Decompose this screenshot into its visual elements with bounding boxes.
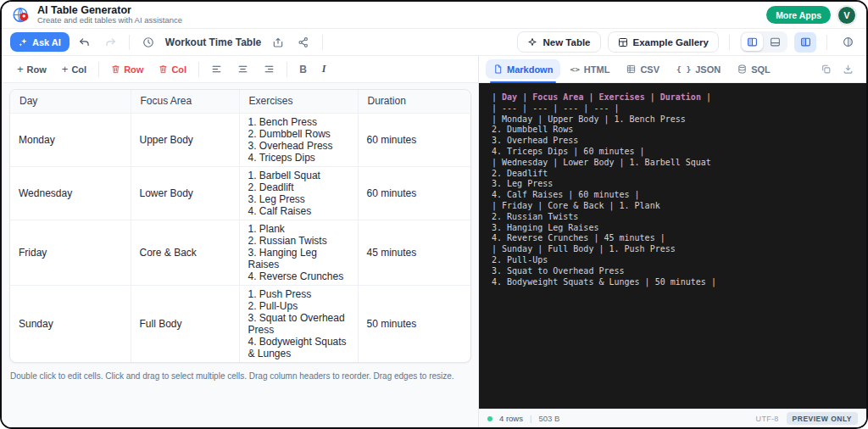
add-col-button[interactable]: + Col bbox=[55, 60, 93, 79]
code-line: | Wednesday | Lower Body | 1. Barbell Sq… bbox=[492, 158, 854, 169]
delete-col-button[interactable]: Col bbox=[152, 60, 193, 79]
delete-row-button[interactable]: Row bbox=[104, 60, 150, 79]
app-logo-icon bbox=[12, 6, 31, 25]
align-right-button[interactable] bbox=[257, 60, 281, 79]
table-cell[interactable]: Monday bbox=[10, 113, 131, 166]
code-line: 4. Calf Raises | 60 minutes | bbox=[492, 190, 854, 201]
code-line: 3. Hanging Leg Raises bbox=[492, 223, 854, 234]
table-cell[interactable]: 60 minutes bbox=[358, 113, 471, 166]
copy-button[interactable] bbox=[815, 59, 836, 80]
download-button[interactable] bbox=[837, 59, 858, 80]
tab-label: Markdown bbox=[507, 64, 553, 75]
share-button[interactable] bbox=[293, 32, 314, 53]
table-cell[interactable]: Sunday bbox=[10, 285, 131, 362]
theme-toggle-button[interactable] bbox=[837, 32, 858, 53]
export-button[interactable] bbox=[268, 32, 288, 53]
align-center-button[interactable] bbox=[231, 60, 255, 79]
layout-bottom-button[interactable] bbox=[765, 33, 786, 51]
table-cell[interactable]: Wednesday bbox=[10, 166, 131, 220]
main-toolbar: Ask AI Workout Time Table New Table bbox=[2, 29, 866, 56]
table-cell[interactable]: Friday bbox=[10, 220, 131, 285]
column-header[interactable]: Focus Area bbox=[131, 90, 239, 113]
sparkles-icon bbox=[19, 37, 28, 47]
exercise-line: 3. Hanging Leg Raises bbox=[248, 247, 349, 270]
avatar[interactable]: V bbox=[837, 6, 856, 25]
new-table-button[interactable]: New Table bbox=[517, 31, 600, 53]
table-cell[interactable]: 1. Barbell Squat2. Deadlift3. Leg Press4… bbox=[239, 166, 358, 220]
italic-button[interactable]: I bbox=[315, 60, 333, 79]
table-row: MondayUpper Body1. Bench Press2. Dumbbel… bbox=[10, 113, 471, 166]
undo-button[interactable] bbox=[75, 32, 95, 53]
file-size: 503 B bbox=[538, 414, 559, 423]
add-row-button[interactable]: + Row bbox=[10, 60, 53, 79]
code-line: | Sunday | Full Body | 1. Push Press bbox=[492, 244, 854, 255]
tab-label: SQL bbox=[751, 64, 771, 75]
redo-button[interactable] bbox=[100, 32, 120, 53]
column-header[interactable]: Day bbox=[10, 90, 131, 113]
table-cell[interactable]: Upper Body bbox=[131, 113, 239, 166]
bold-button[interactable]: B bbox=[292, 60, 314, 79]
content: + Row + Col Row Col bbox=[2, 56, 866, 427]
table-cell[interactable]: 1. Plank2. Russian Twists3. Hanging Leg … bbox=[239, 220, 358, 285]
toolbar-divider bbox=[129, 35, 130, 50]
redo-icon bbox=[104, 36, 116, 48]
table-cell[interactable]: 1. Bench Press2. Dumbbell Rows3. Overhea… bbox=[239, 113, 358, 166]
table-editor-panel: + Row + Col Row Col bbox=[2, 56, 478, 427]
table-row: SundayFull Body1. Push Press2. Pull-Ups3… bbox=[10, 285, 471, 362]
markdown-code-view[interactable]: | Day | Focus Area | Exercises | Duratio… bbox=[479, 83, 866, 409]
table-card: DayFocus AreaExercisesDuration MondayUpp… bbox=[9, 89, 471, 363]
tab-csv[interactable]: CSV bbox=[619, 59, 667, 79]
example-gallery-button[interactable]: Example Gallery bbox=[608, 31, 720, 53]
table-cell[interactable]: Lower Body bbox=[131, 166, 239, 220]
toolbar-divider bbox=[287, 62, 287, 77]
code-line: 3. Overhead Press bbox=[492, 136, 854, 147]
code-line: 2. Dumbbell Rows bbox=[492, 125, 854, 136]
table-cell[interactable]: 60 minutes bbox=[358, 166, 471, 220]
code-line: | Day | Focus Area | Exercises | Duratio… bbox=[492, 92, 854, 103]
table-name[interactable]: Workout Time Table bbox=[165, 36, 261, 48]
exercise-line: 2. Russian Twists bbox=[248, 235, 349, 247]
gallery-grid-icon bbox=[618, 37, 628, 47]
table-row: WednesdayLower Body1. Barbell Squat2. De… bbox=[10, 166, 471, 220]
exercise-line: 4. Reverse Crunches bbox=[248, 270, 349, 282]
code-line: 2. Pull-Ups bbox=[492, 255, 854, 266]
more-apps-button[interactable]: More Apps bbox=[766, 6, 831, 24]
table-cell[interactable]: Full Body bbox=[131, 285, 239, 362]
table-cell[interactable]: 50 minutes bbox=[358, 285, 471, 362]
code-line: 4. Reverse Crunches | 45 minutes | bbox=[492, 233, 854, 244]
toolbar-divider bbox=[826, 35, 827, 50]
tab-markdown[interactable]: Markdown bbox=[486, 59, 560, 79]
plus-icon: + bbox=[62, 64, 69, 75]
trash-icon bbox=[159, 64, 168, 74]
exercise-line: 3. Leg Press bbox=[248, 193, 349, 205]
layout-split-button[interactable] bbox=[742, 33, 763, 51]
tab-label: HTML bbox=[584, 64, 610, 75]
table-cell[interactable]: 45 minutes bbox=[358, 220, 471, 285]
bottom-panel-icon bbox=[770, 36, 781, 47]
code-line: | --- | --- | --- | --- | bbox=[492, 103, 854, 114]
copy-icon bbox=[821, 64, 832, 75]
exercise-line: 2. Dumbbell Rows bbox=[248, 128, 349, 140]
table-row: FridayCore & Back1. Plank2. Russian Twis… bbox=[10, 220, 471, 285]
split-view-icon bbox=[747, 36, 758, 47]
column-header[interactable]: Duration bbox=[358, 90, 471, 113]
toolbar-divider bbox=[729, 35, 730, 50]
tab-sql[interactable]: SQL bbox=[730, 59, 778, 79]
table-cell[interactable]: 1. Push Press2. Pull-Ups3. Squat to Over… bbox=[239, 285, 358, 362]
history-button[interactable] bbox=[138, 32, 159, 53]
column-header[interactable]: Exercises bbox=[239, 90, 358, 113]
app-subtitle: Create and edit tables with AI assistanc… bbox=[37, 16, 182, 25]
panel-toggle-button[interactable] bbox=[794, 32, 816, 53]
history-icon bbox=[142, 36, 154, 48]
table-cell[interactable]: Core & Back bbox=[131, 220, 239, 285]
undo-icon bbox=[79, 36, 91, 48]
export-tabs: Markdown<>HTMLCSV{ }JSONSQL bbox=[486, 59, 778, 79]
ask-ai-button[interactable]: Ask AI bbox=[10, 32, 70, 52]
align-left-button[interactable] bbox=[204, 60, 229, 79]
app-title: AI Table Generator bbox=[37, 4, 182, 16]
exercise-line: 4. Triceps Dips bbox=[248, 152, 349, 164]
tab-label: CSV bbox=[640, 64, 659, 75]
tab-html[interactable]: <>HTML bbox=[562, 59, 617, 79]
tab-json[interactable]: { }JSON bbox=[669, 59, 728, 79]
table-header-row: DayFocus AreaExercisesDuration bbox=[10, 90, 471, 113]
